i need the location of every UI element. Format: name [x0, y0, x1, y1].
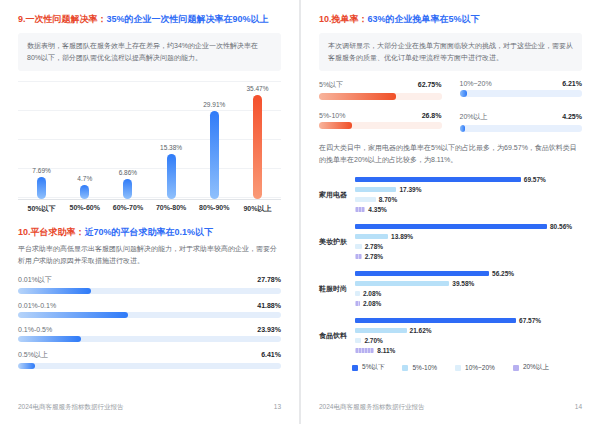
bar-column: 15.38%	[150, 81, 193, 199]
help-rate-value: 6.41%	[261, 351, 281, 358]
retention-rate-cell: 5%-10%26.8%	[319, 112, 442, 132]
grouped-bar-value: 17.39%	[399, 186, 421, 193]
retention-value: 26.8%	[422, 112, 442, 119]
section-10-left-title-statement: 近70%的平台求助率在0.1%以下	[85, 227, 214, 237]
bar	[253, 95, 262, 200]
bar-column: 29.91%	[193, 81, 236, 199]
bar-column: 6.86%	[106, 81, 149, 199]
chart-legend: 5%以下5%-10%10%~20%20%以上	[319, 363, 582, 372]
page-number: 13	[274, 403, 281, 412]
report-spread: 9.一次性问题解决率：35%的企业一次性问题解决率在90%以上 数据表明，客服团…	[0, 0, 600, 424]
grouped-bar-row: 56.25%	[355, 270, 582, 277]
section-10-left-description: 平台求助率的高低显示出客服团队问题解决的能力，对于求助率较高的企业，需要分析用户…	[18, 243, 281, 267]
bar-category-label: 70%-80%	[150, 204, 193, 214]
bar-category-label: 60%-70%	[106, 204, 149, 214]
retention-rate-cell: 10%~20%6.21%	[460, 80, 583, 100]
progress-track	[460, 90, 583, 97]
help-rate-range-label: 0.5%以上	[18, 350, 48, 360]
category-bars: 80.56%13.89%2.78%2.78%	[355, 223, 582, 260]
retention-rate-cell-header: 10%~20%6.21%	[460, 80, 583, 87]
help-rate-row-header: 0.01%-0.1%41.88%	[18, 302, 281, 309]
grouped-bar	[355, 177, 521, 182]
help-rate-value: 23.93%	[257, 326, 281, 333]
grouped-bar	[355, 197, 376, 202]
grouped-bar	[355, 244, 362, 249]
legend-swatch	[352, 365, 358, 371]
bar-category-label: 50%以下	[20, 204, 63, 214]
help-rate-row: 0.01%以下27.78%	[18, 275, 281, 294]
progress-track	[319, 122, 442, 129]
grouped-bar-value: 8.11%	[377, 347, 395, 354]
grouped-bar	[355, 318, 516, 323]
category-bars: 67.57%21.62%2.70%8.11%	[355, 317, 582, 354]
category-bars: 56.25%39.58%2.08%2.08%	[355, 270, 582, 307]
progress-track	[18, 312, 281, 318]
grouped-bar-row: 8.11%	[355, 347, 582, 354]
grouped-bar-value: 8.70%	[379, 196, 397, 203]
grouped-bar-value: 69.57%	[524, 176, 546, 183]
grouped-bar-row: 2.78%	[355, 243, 582, 250]
bar-value-label: 29.91%	[203, 101, 225, 108]
retention-value: 4.25%	[562, 113, 582, 120]
legend-swatch	[455, 365, 461, 371]
grouped-bar	[355, 207, 365, 212]
progress-fill	[18, 363, 35, 369]
grouped-bar-value: 21.62%	[410, 327, 432, 334]
bar	[123, 179, 132, 199]
grouped-bar	[355, 291, 360, 296]
progress-fill	[18, 336, 81, 342]
bar-column: 4.7%	[63, 81, 106, 199]
retention-rate-cell: 5%以下62.75%	[319, 80, 442, 100]
legend-label: 5%-10%	[412, 364, 437, 371]
legend-item: 20%以上	[513, 363, 549, 372]
retention-range-label: 5%-10%	[319, 112, 345, 119]
legend-label: 10%~20%	[465, 364, 495, 371]
bar-category-label: 50%-60%	[63, 204, 106, 214]
bar	[167, 154, 176, 199]
progress-track	[18, 336, 281, 342]
help-rate-row-header: 0.1%-0.5%23.93%	[18, 326, 281, 333]
grouped-bar-row: 67.57%	[355, 317, 582, 324]
grouped-bar	[355, 271, 489, 276]
grouped-bar-row: 13.89%	[355, 233, 582, 240]
bar-value-label: 7.69%	[32, 167, 50, 174]
progress-track	[319, 93, 442, 100]
bar-column: 7.69%	[20, 81, 63, 199]
chart-bars: 7.69%4.7%6.86%15.38%29.91%35.47%	[20, 81, 279, 199]
retention-rate-cell: 20%以上4.25%	[460, 112, 583, 132]
category-label: 美妆护肤	[319, 237, 355, 247]
page-13: 9.一次性问题解决率：35%的企业一次性问题解决率在90%以上 数据表明，客服团…	[0, 0, 299, 424]
grouped-bar-row: 21.62%	[355, 327, 582, 334]
category-group: 美妆护肤80.56%13.89%2.78%2.78%	[319, 223, 582, 260]
legend-item: 5%以下	[352, 363, 384, 372]
retention-rate-cell-header: 5%以下62.75%	[319, 80, 442, 90]
grouped-bar	[355, 338, 361, 343]
bar-category-label: 90%以上	[236, 204, 279, 214]
grouped-bar-row: 2.08%	[355, 290, 582, 297]
legend-label: 20%以上	[523, 363, 549, 372]
platform-help-rate-chart: 0.01%以下27.78%0.01%-0.1%41.88%0.1%-0.5%23…	[18, 275, 281, 369]
retention-rate-cell-header: 20%以上4.25%	[460, 112, 583, 122]
footer-report-title: 2024电商客服服务指标数据行业报告	[319, 403, 424, 412]
section-10-left-title-prefix: 10.平台求助率：	[18, 227, 85, 237]
help-rate-row-header: 0.5%以上6.41%	[18, 350, 281, 360]
progress-fill	[319, 93, 396, 100]
category-label: 鞋服时尚	[319, 284, 355, 294]
category-label: 家用电器	[319, 190, 355, 200]
grouped-bar	[355, 187, 396, 192]
section-10-right-description: 本次调研显示，大部分企业在挽单方面面临较大的挑战，对于这些企业，需要从客服服务的…	[319, 33, 582, 72]
grouped-bar-value: 13.89%	[391, 233, 413, 240]
grouped-bar-row: 2.78%	[355, 253, 582, 260]
first-resolution-rate-chart: 7.69%4.7%6.86%15.38%29.91%35.47%	[18, 81, 281, 200]
grouped-bar-value: 67.57%	[519, 317, 541, 324]
progress-fill	[319, 122, 352, 129]
section-10-right-title-statement: 63%的企业挽单率在5%以下	[368, 14, 480, 24]
help-rate-row: 0.1%-0.5%23.93%	[18, 326, 281, 342]
progress-fill	[460, 125, 465, 132]
progress-track	[18, 363, 281, 369]
page-number: 14	[575, 403, 582, 412]
progress-fill	[18, 288, 91, 294]
bar	[80, 185, 89, 199]
page-14: 10.挽单率：63%的企业挽单率在5%以下 本次调研显示，大部分企业在挽单方面面…	[301, 0, 600, 424]
help-rate-row-header: 0.01%以下27.78%	[18, 275, 281, 285]
